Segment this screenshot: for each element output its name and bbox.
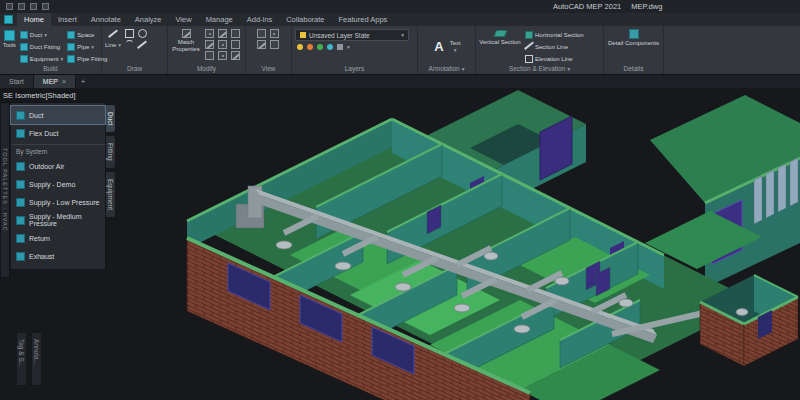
view-tool-icon[interactable] xyxy=(270,40,279,49)
tab-annotate[interactable]: Annotate xyxy=(84,13,128,26)
tab-collaborate[interactable]: Collaborate xyxy=(279,13,331,26)
palette-tool-outdoor-air[interactable]: Outdoor Air xyxy=(11,157,105,175)
circle-tool-icon[interactable] xyxy=(138,29,147,38)
view-tool-icon[interactable] xyxy=(257,29,266,38)
equipment-button[interactable]: Equipment ▾ xyxy=(20,53,63,64)
text-button[interactable]: Text ▾ xyxy=(450,40,461,53)
modify-tool-icon[interactable] xyxy=(231,40,240,49)
vertical-section-button[interactable]: Vertical Section xyxy=(479,29,521,46)
tab-insert[interactable]: Insert xyxy=(51,13,84,26)
item-label: Equipment xyxy=(30,56,59,62)
tool-label: Duct xyxy=(29,112,43,119)
doc-tab-start[interactable]: Start xyxy=(0,75,34,88)
modify-tool-icon[interactable] xyxy=(231,29,240,38)
panel-label-section[interactable]: Section & Elevation▾ xyxy=(476,64,603,74)
app-title: AutoCAD MEP 2021 xyxy=(553,2,621,11)
detail-components-button[interactable]: Detail Components xyxy=(608,29,659,47)
section-line-button[interactable]: Section Line xyxy=(525,41,584,52)
layer-state-dropdown[interactable]: Unsaved Layer State ▾ xyxy=(295,29,409,41)
ribbon-spacer xyxy=(664,26,800,74)
palette-tab-tag-schedule[interactable]: Tag & S... xyxy=(16,332,27,386)
panel-annotation: A Text ▾ Annotation▾ xyxy=(418,26,476,74)
duct-button[interactable]: Duct ▾ xyxy=(20,29,63,40)
line-button[interactable]: Line ▾ xyxy=(105,29,121,50)
tab-addins[interactable]: Add-ins xyxy=(240,13,279,26)
elevation-line-button[interactable]: Elevation Line xyxy=(525,53,584,64)
panel-label-annotation[interactable]: Annotation▾ xyxy=(418,64,475,74)
window-title: AutoCAD MEP 2021 MEP.dwg xyxy=(553,0,662,13)
panel-label-layers[interactable]: Layers xyxy=(292,64,417,74)
palette-tool-supply-medium[interactable]: Supply - Medium Pressure xyxy=(11,211,105,229)
palette-tool-duct[interactable]: Duct xyxy=(11,106,105,124)
horizontal-section-button[interactable]: Horizontal Section xyxy=(525,29,584,40)
view-tool-icon[interactable] xyxy=(270,29,279,38)
close-icon[interactable]: × xyxy=(62,75,66,88)
palette-tool-flex-duct[interactable]: Flex Duct xyxy=(11,124,105,142)
palette-tool-exhaust[interactable]: Exhaust xyxy=(11,247,105,265)
layer-state-value: Unsaved Layer State xyxy=(309,32,370,39)
polyline-tool-icon[interactable] xyxy=(138,40,147,49)
tool-label: Supply - Demo xyxy=(29,181,75,188)
palette-tab-duct[interactable]: Duct xyxy=(106,104,116,133)
layer-controls: ▾ xyxy=(295,44,350,50)
tab-view[interactable]: View xyxy=(169,13,199,26)
tab-manage[interactable]: Manage xyxy=(199,13,240,26)
panel-label-view[interactable]: View xyxy=(246,64,291,74)
elevation-line-icon xyxy=(525,55,533,63)
tool-label: Supply - Medium Pressure xyxy=(29,213,100,227)
tab-analyze[interactable]: Analyze xyxy=(128,13,169,26)
modify-tool-icon[interactable] xyxy=(218,51,227,60)
palette-tool-supply-low[interactable]: Supply - Low Pressure xyxy=(11,193,105,211)
save-icon[interactable] xyxy=(18,3,25,10)
tab-featured-apps[interactable]: Featured Apps xyxy=(332,13,395,26)
modify-tool-icon[interactable] xyxy=(205,51,214,60)
drawing-canvas[interactable]: SE Isometric[Shaded] TOOL PALETTES - HVA… xyxy=(0,88,800,400)
air-diffuser xyxy=(736,309,748,316)
text-icon: A xyxy=(432,40,445,54)
layer-lock-icon[interactable] xyxy=(317,44,323,50)
tools-button[interactable]: Tools xyxy=(3,29,16,48)
doc-tab-mep[interactable]: MEP × xyxy=(34,75,76,88)
tab-home[interactable]: Home xyxy=(17,13,51,26)
palette-title-bar[interactable]: TOOL PALETTES - HVAC xyxy=(0,102,10,278)
palette-tab-fitting[interactable]: Fitting xyxy=(106,135,116,169)
modify-tool-icon[interactable] xyxy=(231,51,240,60)
modify-tool-icon[interactable] xyxy=(205,40,214,49)
match-properties-label: Match Properties xyxy=(171,39,201,53)
duct-fitting-button[interactable]: Duct Fitting xyxy=(20,41,63,52)
glazing-panel xyxy=(754,176,762,224)
chevron-down-icon: ▾ xyxy=(454,47,457,53)
palette-tab-equipment[interactable]: Equipment xyxy=(106,171,116,218)
arc-tool-icon[interactable] xyxy=(125,40,134,49)
layer-color-icon[interactable] xyxy=(327,44,333,50)
app-menu-icon[interactable] xyxy=(6,3,13,10)
line-icon xyxy=(109,29,118,38)
chevron-down-icon: ▾ xyxy=(462,64,465,74)
text-label: Text xyxy=(450,40,461,46)
panel-label-modify[interactable]: Modify xyxy=(168,64,245,74)
layer-freeze-icon[interactable] xyxy=(307,44,313,50)
modify-tool-icon[interactable] xyxy=(218,40,227,49)
rectangle-tool-icon[interactable] xyxy=(125,29,134,38)
palette-tab-annotation[interactable]: Annota... xyxy=(31,332,42,386)
modify-tool-icon[interactable] xyxy=(218,29,227,38)
panel-label-details[interactable]: Details xyxy=(604,64,663,74)
panel-label-draw[interactable]: Draw xyxy=(102,64,167,74)
new-drawing-button[interactable]: + xyxy=(76,75,90,88)
redo-icon[interactable] xyxy=(42,3,49,10)
view-tool-icon[interactable] xyxy=(257,40,266,49)
layer-on-icon[interactable] xyxy=(297,44,303,50)
layer-properties-icon[interactable] xyxy=(337,44,343,50)
undo-icon[interactable] xyxy=(30,3,37,10)
palette-tool-return[interactable]: Return xyxy=(11,229,105,247)
vertical-section-icon xyxy=(493,30,507,37)
viewport-controls[interactable]: SE Isometric[Shaded] xyxy=(3,91,76,100)
palette-category-tabs: Duct Fitting Equipment xyxy=(106,104,116,218)
palette-tool-supply-demo[interactable]: Supply - Demo xyxy=(11,175,105,193)
app-logo-icon[interactable] xyxy=(4,15,13,24)
modify-tool-icon[interactable] xyxy=(205,29,214,38)
match-properties-button[interactable]: Match Properties xyxy=(171,29,201,53)
panel-label-build[interactable]: Build xyxy=(0,64,101,74)
section-line-icon xyxy=(525,43,533,51)
palette-bottom-tabs: Tag & S... Annota... xyxy=(16,332,42,386)
